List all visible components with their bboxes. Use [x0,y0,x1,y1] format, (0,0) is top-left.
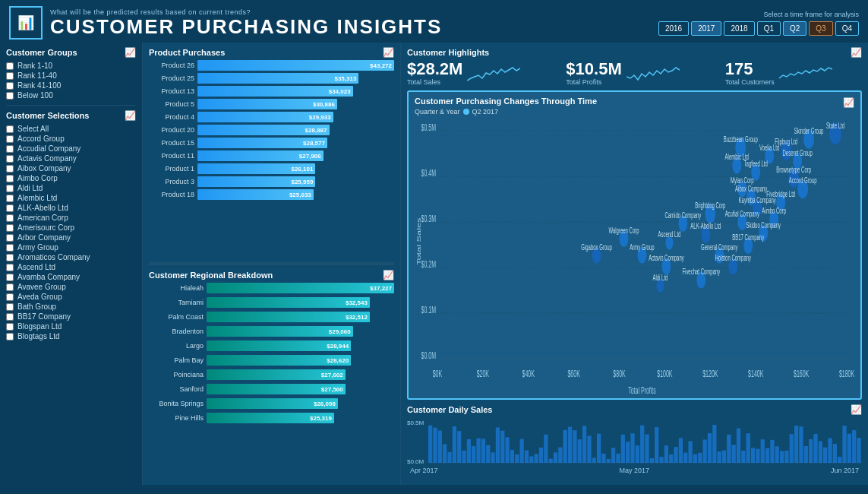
rank-41-100-label: Rank 41-100 [17,81,61,90]
select-all-checkbox[interactable] [6,125,14,133]
below-100-checkbox[interactable] [6,92,14,100]
blogspan-item[interactable]: Blogspan Ltd [6,321,136,331]
product-bar-track: $30,886 [197,99,394,109]
blogtags-item[interactable]: Blogtags Ltd [6,331,136,341]
header-left: 📊 What will be the predicted results bas… [9,6,442,40]
product-bar-label: Product 26 [149,62,194,69]
regional-bar-row: Sanford $27,500 [149,384,394,394]
regional-bar-fill: $25,319 [207,413,334,423]
product-bar-row: Product 18 $25,633 [149,189,394,200]
daily-sales-bar [525,451,529,463]
ascend-item[interactable]: Ascend Ltd [6,262,136,272]
regional-bar-fill: $29,060 [207,326,353,337]
product-bar-row: Product 25 $35,313 [149,73,394,84]
daily-sales-bar [674,447,678,463]
daily-sales-bar [823,448,827,463]
total-customers-value: 175 [725,60,775,78]
aromaticos-item[interactable]: Aromaticos Company [6,252,136,262]
year-2018-button[interactable]: 2018 [724,21,754,36]
aldi-item[interactable]: Aldi Ltd [6,183,136,193]
daily-sales-bar [829,438,832,463]
bb17-item[interactable]: BB17 Company [6,312,136,321]
daily-sales-bar [785,451,789,463]
scatter-legend: Quarter & Year Q2 2017 [415,108,854,116]
q4-button[interactable]: Q4 [835,21,859,36]
year-2017-button[interactable]: 2017 [691,21,721,36]
svg-text:Fivebridge Ltd: Fivebridge Ltd [766,190,795,199]
product-bar-row: Product 26 $43,272 [149,60,394,71]
daily-sales-bar [549,459,553,463]
regional-bar-fill: $28,620 [207,355,351,366]
daily-sales-bar [838,457,841,463]
below-100-item[interactable]: Below 100 [6,90,136,100]
alk-abello-item[interactable]: ALK-Abello Ltd [6,203,136,213]
rank-1-10-checkbox[interactable] [6,62,14,70]
bath-item[interactable]: Bath Group [6,302,136,312]
rank-41-100-checkbox[interactable] [6,82,14,90]
regional-bar-row: Tamiami $32,543 [149,297,394,308]
year-2016-button[interactable]: 2016 [658,21,689,36]
q3-button[interactable]: Q3 [809,21,832,36]
time-buttons: 2016 2017 2018 Q1 Q2 Q3 Q4 [658,21,859,36]
scatter-icon: 📈 [843,97,854,108]
svg-text:Gigabox Group: Gigabox Group [581,242,612,252]
regional-bar-row: Poinciana $27,602 [149,369,394,380]
american-corp-item[interactable]: American Corp [6,213,136,223]
alembic-item[interactable]: Alembic Ltd [6,193,136,203]
svg-text:$0.2M: $0.2M [421,259,436,270]
daily-sales-bar [814,434,818,463]
product-bar-row: Product 15 $28,577 [149,138,394,148]
daily-sales-bar [428,426,432,463]
aveda-item[interactable]: Aveda Group [6,292,136,302]
regional-bar-label: Pine Hills [149,414,204,422]
avavee-item[interactable]: Avavee Group [6,282,136,292]
rank-11-40-checkbox[interactable] [6,72,14,80]
avamba-item[interactable]: Avamba Company [6,272,136,282]
rank-41-100-item[interactable]: Rank 41-100 [6,81,136,90]
actavis-item[interactable]: Actavis Company [6,154,136,163]
daily-sales-bar [510,450,514,463]
scatter-legend-period: Q2 2017 [472,108,499,116]
amerisourc-item[interactable]: Amerisourc Corp [6,223,136,233]
accord-group-item[interactable]: Accord Group [6,134,136,144]
select-all-item[interactable]: Select All [6,124,136,134]
rank-11-40-item[interactable]: Rank 11-40 [6,71,136,81]
regional-bar-row: Palm Coast $32,512 [149,312,394,322]
regional-bar-label: Sanford [149,385,204,393]
product-bar-fill: $34,023 [197,86,353,97]
rank-1-10-item[interactable]: Rank 1-10 [6,61,136,71]
regional-bar-fill: $32,543 [207,297,370,308]
daily-sales-title: Customer Daily Sales [407,405,493,414]
product-bar-fill: $27,906 [197,150,324,161]
aimbo-item[interactable]: Aimbo Corp [6,173,136,183]
q2-button[interactable]: Q2 [783,21,806,36]
daily-sales-bar [486,445,490,463]
customer-groups-title: Customer Groups 📈 [6,47,136,58]
accudial-item[interactable]: Accudial Company [6,144,136,154]
daily-sales-bar [708,433,712,463]
product-bar-label: Product 5 [149,100,194,108]
daily-sales-bar [539,448,543,463]
aibox-item[interactable]: Aibox Company [6,163,136,173]
logo-icon: 📊 [9,6,43,40]
daily-sales-bar [529,456,533,463]
product-bar-row: Product 11 $27,906 [149,150,394,161]
daily-sales-bar [477,439,481,463]
arbor-item[interactable]: Arbor Company [6,233,136,242]
accord-group-checkbox[interactable] [6,135,14,143]
daily-sales-bar [500,431,504,463]
product-purchases-header: Product Purchases 📈 [149,47,394,58]
svg-text:Skinder Group: Skinder Group [794,126,824,135]
daily-sales-bar [847,434,851,463]
svg-text:Total Sales: Total Sales [416,218,421,265]
q1-button[interactable]: Q1 [757,21,781,36]
product-bar-label: Product 18 [149,191,194,198]
daily-sales-bar [621,435,625,463]
svg-text:Army Group: Army Group [630,242,654,252]
daily-sales-bar [800,426,803,463]
army-item[interactable]: Army Group [6,242,136,252]
svg-text:Skidoo Company: Skidoo Company [746,220,781,230]
daily-sales-y-axis: $0.5M $0.0M [407,420,425,465]
daily-sales-svg [428,417,862,467]
product-bar-track: $27,906 [197,150,394,161]
